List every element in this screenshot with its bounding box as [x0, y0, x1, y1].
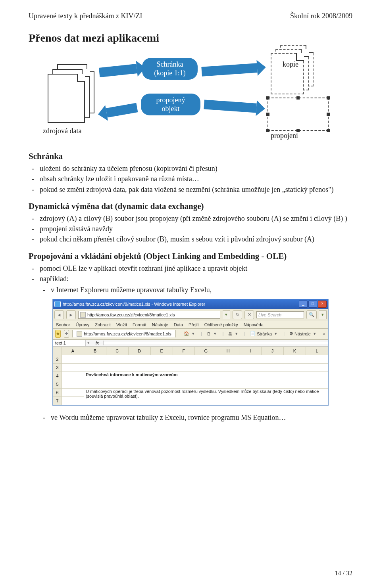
propojeny-objekt-pill: propojený objekt [141, 94, 200, 115]
back-button[interactable]: ◄ [54, 310, 64, 319]
ie-tabrow: ★ ✚ http://amos.fav.zcu.cz/zi/cviceni/8/… [53, 329, 328, 339]
menu-item[interactable]: Data [174, 322, 183, 327]
search-button[interactable]: 🔍 [306, 310, 317, 319]
feeds-button[interactable]: 🗋▾ [205, 331, 219, 336]
arrow-icon [204, 100, 256, 113]
menu-item[interactable]: Formát [133, 322, 146, 327]
col-header[interactable]: B [84, 347, 106, 355]
excel-embed: text 1 ▾ fx A B C D E F G [53, 339, 328, 405]
col-header[interactable]: F [173, 347, 195, 355]
row-header[interactable]: 6 [53, 388, 62, 396]
favorites-icon[interactable]: ★ [55, 330, 61, 338]
namebox-dropdown[interactable]: ▾ [86, 340, 91, 345]
go-dropdown[interactable]: ▾ [223, 310, 230, 319]
list-item: ve Wordu můžeme upravovat tabulky z Exce… [51, 413, 352, 422]
header-left: Upravené texty k přednáškám z KIV/ZI [29, 12, 142, 20]
menu-item[interactable]: Soubor [56, 322, 70, 327]
list-item: například: [40, 274, 352, 283]
list-item: pomocí OLE lze v aplikaci otevřít rozhra… [40, 264, 352, 273]
page-menu[interactable]: 📄 Stránka ▾ [248, 331, 280, 336]
name-box[interactable]: text 1 [53, 340, 86, 346]
col-header[interactable]: A [62, 347, 84, 355]
row-header[interactable]: 2 [53, 355, 62, 363]
source-pages-icon: zdrojová data [48, 64, 95, 124]
col-header[interactable]: I [239, 347, 262, 355]
row-header[interactable]: 3 [53, 363, 62, 372]
fx-icon[interactable]: fx [91, 341, 104, 345]
col-header[interactable]: L [306, 347, 328, 355]
cell-title[interactable]: Povšechná informace k maticovým vzorcům [84, 372, 328, 380]
page-footer: 14 / 32 [335, 570, 352, 577]
browser-tab[interactable]: http://amos.fav.zcu.cz/zi/cviceni/8/mati… [72, 330, 175, 337]
header-right: Školní rok 2008/2009 [290, 12, 352, 20]
ole-list: pomocí OLE lze v aplikaci otevřít rozhra… [29, 264, 352, 295]
schranka-heading: Schránka [29, 151, 352, 161]
corner-cell[interactable] [53, 347, 62, 355]
ie-app-icon [54, 301, 61, 307]
search-dropdown[interactable]: ▾ [319, 310, 327, 319]
ie-screenshot: http://amos.fav.zcu.cz/zi/cviceni/8/mati… [52, 299, 329, 406]
col-header[interactable]: G [195, 347, 217, 355]
list-item: v Internet Exploreru můžeme upravovat ta… [51, 285, 352, 295]
copy-pages-icon [268, 45, 316, 93]
home-button[interactable]: 🏠▾ [182, 331, 198, 336]
col-header[interactable]: J [262, 347, 284, 355]
diagram: zdrojová data Schránka (kopie 1:1) propo… [40, 50, 341, 141]
excel-formula-bar: text 1 ▾ fx [53, 340, 328, 347]
col-header[interactable]: D [128, 347, 150, 355]
col-header[interactable]: H [217, 347, 239, 355]
arrow-icon [99, 64, 137, 77]
list-item: zdrojový (A) a cílový (B) soubor jsou pr… [40, 214, 352, 223]
menu-item[interactable]: Přejít [189, 322, 199, 327]
page-title: Přenos dat mezi aplikacemi [29, 32, 352, 44]
excel-grid[interactable]: A B C D E F G H I J K L 2 3 4 Povšec [53, 347, 328, 405]
list-item: obsah schránky lze uložit i opakovaně na… [40, 174, 352, 184]
menu-item[interactable]: Nástroje [152, 322, 168, 327]
menu-item[interactable]: Nápověda [244, 322, 264, 327]
print-button[interactable]: 🖶▾ [227, 331, 241, 336]
minimize-button[interactable]: _ [299, 301, 308, 308]
window-title: http://amos.fav.zcu.cz/zi/cviceni/8/mati… [63, 302, 205, 306]
tab-icon [77, 331, 82, 337]
menu-item[interactable]: Úpravy [75, 322, 89, 327]
schranka-pill: Schránka (kopie 1:1) [142, 58, 198, 80]
refresh-button[interactable]: ↻ [233, 310, 242, 319]
linked-label: propojení [271, 132, 298, 140]
menu-item[interactable]: Oblíbené položky [204, 322, 238, 327]
col-header[interactable]: K [284, 347, 306, 355]
ie-address-bar: ◄ ► http://amos.fav.zcu.cz/zi/cviceni/8/… [53, 309, 328, 321]
ie-menubar: Soubor Úpravy Zobrazit Vložit Formát Nás… [53, 321, 328, 329]
row-header[interactable]: 4 [53, 372, 62, 380]
tools-menu[interactable]: ⚙ Nástroje ▾ [288, 331, 319, 336]
row-header[interactable]: 5 [53, 380, 62, 388]
forward-button[interactable]: ► [66, 310, 76, 319]
list-item: pokud se změní zdrojová data, pak data v… [40, 185, 352, 194]
ole-heading: Propojování a vkládání objektů (Object L… [29, 251, 352, 261]
add-favorites-icon[interactable]: ✚ [64, 330, 69, 338]
cell-body[interactable]: U maticových operací je třeba věnovat po… [84, 388, 328, 405]
dde-list: zdrojový (A) a cílový (B) soubor jsou pr… [29, 214, 352, 244]
overflow-chevron[interactable]: » [322, 331, 326, 336]
row-header[interactable]: 7 [53, 396, 62, 405]
schranka-list: uložení do schránky za účelem přenosu (k… [29, 164, 352, 194]
page-header: Upravené texty k přednáškám z KIV/ZI Ško… [29, 12, 352, 22]
formula-input[interactable] [104, 342, 328, 344]
dde-heading: Dynamická výměna dat (dynamic data excha… [29, 201, 352, 211]
menu-item[interactable]: Zobrazit [95, 322, 111, 327]
search-input[interactable]: Live Search [256, 311, 304, 318]
close-button[interactable]: × [318, 301, 327, 308]
linked-object-icon [267, 98, 329, 131]
col-header[interactable]: E [150, 347, 173, 355]
col-header[interactable]: C [106, 347, 128, 355]
menu-item[interactable]: Vložit [116, 322, 127, 327]
tab-title: http://amos.fav.zcu.cz/zi/cviceni/8/mati… [84, 331, 171, 336]
copy-label: kopie [283, 60, 298, 69]
stop-button[interactable]: ✕ [244, 310, 254, 319]
page-icon [80, 312, 86, 318]
list-item: propojení zůstává navždy [40, 224, 352, 234]
url-input[interactable]: http://amos.fav.zcu.cz/zi/cviceni/8/mati… [78, 311, 220, 319]
after-list: ve Wordu můžeme upravovat tabulky z Exce… [29, 413, 352, 422]
arrow-icon [106, 103, 138, 117]
maximize-button[interactable]: □ [308, 301, 317, 308]
list-item: uložení do schránky za účelem přenosu (k… [40, 164, 352, 173]
